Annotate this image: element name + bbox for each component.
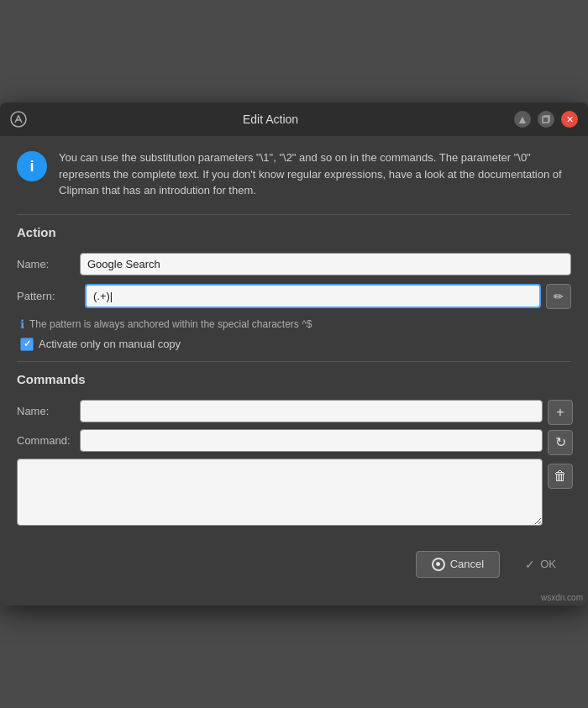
commands-name-row: Name:: [17, 400, 543, 422]
commands-command-label: Command:: [17, 434, 80, 447]
titlebar-controls: ▲ ✕: [514, 111, 578, 128]
manual-copy-checkbox[interactable]: [20, 338, 34, 351]
commands-actions: + ↻ 🗑: [543, 400, 571, 526]
commands-section-label: Commands: [17, 372, 571, 390]
titlebar: Edit Action ▲ ✕: [0, 102, 588, 136]
action-section-label: Action: [17, 225, 571, 243]
info-box: i You can use the substitution parameter…: [17, 149, 571, 199]
action-name-input[interactable]: [80, 253, 571, 275]
cancel-label: Cancel: [450, 558, 484, 570]
refresh-command-button[interactable]: ↻: [548, 430, 573, 455]
titlebar-left: [10, 111, 27, 128]
main-content: i You can use the substitution parameter…: [0, 136, 588, 539]
main-window: Edit Action ▲ ✕ i You can use the substi…: [0, 102, 588, 606]
info-text: You can use the substitution parameters …: [59, 149, 571, 199]
svg-point-0: [11, 112, 26, 127]
window-title: Edit Action: [243, 113, 298, 126]
cancel-dot: [436, 562, 440, 566]
delete-command-button[interactable]: 🗑: [548, 464, 573, 489]
commands-section: Commands Name: Command:: [17, 372, 571, 526]
action-pattern-label: Pattern:: [17, 290, 80, 302]
ok-button[interactable]: ✓ OK: [510, 552, 571, 577]
action-name-row: Name:: [17, 253, 571, 275]
pattern-note-text: The pattern is always anchored within th…: [29, 318, 312, 330]
commands-form: Name: Command:: [17, 400, 543, 526]
commands-command-input[interactable]: [80, 429, 543, 452]
minimize-button[interactable]: ▲: [514, 111, 531, 128]
commands-command-row: Command:: [17, 429, 543, 452]
pattern-note: ℹ The pattern is always anchored within …: [20, 317, 571, 331]
commands-grid: Name: Command: + ↻ 🗑: [17, 400, 571, 526]
commands-name-label: Name:: [17, 405, 80, 417]
manual-copy-label: Activate only on manual copy: [39, 338, 181, 350]
add-command-button[interactable]: +: [548, 400, 573, 425]
app-icon: [10, 111, 27, 128]
watermark: wsxdn.com: [0, 591, 588, 606]
ok-label: OK: [540, 558, 556, 570]
action-name-label: Name:: [17, 258, 80, 270]
cancel-button[interactable]: Cancel: [416, 551, 500, 578]
divider-2: [17, 361, 571, 362]
edit-pattern-button[interactable]: ✏: [546, 284, 571, 309]
cancel-icon: [432, 558, 445, 571]
commands-textarea[interactable]: [17, 459, 543, 526]
manual-copy-row[interactable]: Activate only on manual copy: [20, 338, 571, 351]
pattern-note-icon: ℹ: [20, 317, 24, 331]
action-pattern-row: Pattern: ✏: [17, 284, 571, 309]
commands-name-input[interactable]: [80, 400, 543, 422]
titlebar-center: Edit Action: [27, 113, 514, 126]
info-icon: i: [17, 151, 47, 181]
footer: Cancel ✓ OK: [0, 539, 588, 591]
ok-icon: ✓: [525, 558, 535, 571]
action-pattern-input[interactable]: [85, 284, 541, 308]
divider-1: [17, 214, 571, 215]
close-button[interactable]: ✕: [561, 111, 578, 128]
restore-button[interactable]: [538, 111, 554, 128]
